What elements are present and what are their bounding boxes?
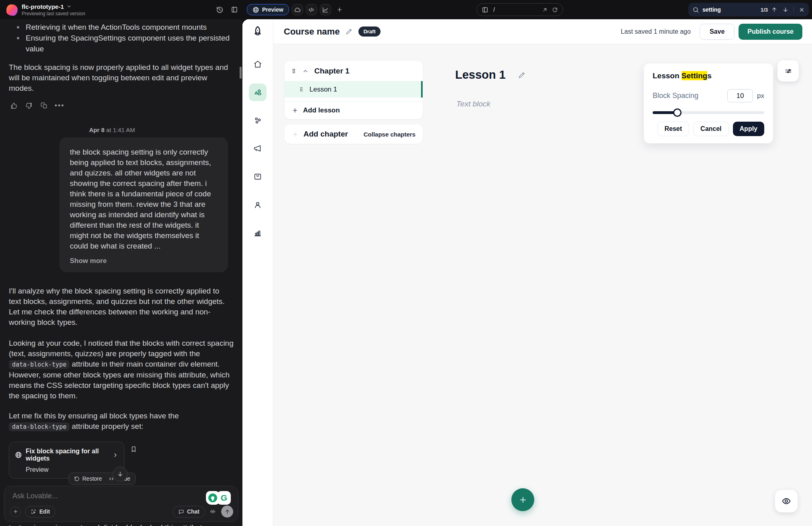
lesson-heading: Lesson 1 <box>455 68 506 82</box>
lesson-row-selected[interactable]: Lesson 1 <box>285 81 423 98</box>
user-message-text: the block spacing setting is only correc… <box>70 147 218 251</box>
restore-icon <box>74 476 80 482</box>
chevron-down-icon[interactable] <box>66 4 72 9</box>
history-icon[interactable] <box>216 6 224 14</box>
lesson-heading-row: Lesson 1 <box>455 68 526 82</box>
edit-mode-button[interactable]: Edit <box>25 506 55 518</box>
chat-mode-button[interactable]: Chat <box>173 506 205 518</box>
thumbs-up-icon[interactable] <box>9 101 18 110</box>
prev-match-icon[interactable] <box>771 6 777 13</box>
sidebar-item-inbox[interactable] <box>249 168 267 186</box>
send-button[interactable] <box>221 506 233 518</box>
thumbs-down-icon[interactable] <box>24 101 34 110</box>
sidebar-item-content[interactable] <box>249 84 267 101</box>
cloud-button[interactable] <box>292 4 303 15</box>
course-title: Course name <box>284 27 340 37</box>
add-chapter-card: Add chapter Collapse chapters <box>285 124 423 144</box>
more-actions-icon[interactable]: ••• <box>55 102 65 110</box>
assistant-paragraph: The block spacing is now properly applie… <box>9 62 234 94</box>
preview-button[interactable]: Preview <box>247 4 289 15</box>
copy-icon[interactable] <box>39 101 49 110</box>
status-badge: Draft <box>358 27 380 37</box>
save-button[interactable]: Save <box>700 24 735 40</box>
next-match-icon[interactable] <box>782 6 789 13</box>
new-tab-icon[interactable] <box>336 6 343 13</box>
plus-icon[interactable] <box>292 131 299 138</box>
restore-button[interactable]: Restore <box>74 475 102 482</box>
collapse-chapters-button[interactable]: Collapse chapters <box>364 131 415 138</box>
reset-button[interactable]: Reset <box>657 122 690 136</box>
lesson-title: Lesson 1 <box>309 86 337 94</box>
apply-button[interactable]: Apply <box>733 122 764 136</box>
code-button[interactable] <box>306 4 317 15</box>
scroll-to-bottom-button[interactable] <box>113 467 128 481</box>
sidebar-item-marketing[interactable] <box>249 140 267 157</box>
voice-input-icon[interactable] <box>209 508 216 515</box>
chat-scrollbar[interactable] <box>240 67 242 79</box>
assistant-paragraph: I'll analyze why the block spacing setti… <box>9 286 234 328</box>
add-chapter-button[interactable]: Add chapter <box>303 130 348 139</box>
unit-label: px <box>757 92 764 100</box>
sidebar-item-community[interactable] <box>249 112 267 129</box>
edit-lesson-title-icon[interactable] <box>518 71 526 79</box>
block-spacing-slider[interactable] <box>653 110 764 115</box>
find-bar: 1/3 <box>688 3 809 16</box>
pages-icon <box>482 6 488 13</box>
settings-title: Lesson Settings <box>653 71 764 80</box>
globe-icon <box>252 6 259 13</box>
sidebar-item-analytics[interactable] <box>249 224 267 242</box>
cancel-button[interactable]: Cancel <box>693 122 729 136</box>
block-spacing-input[interactable] <box>727 89 753 102</box>
bookmark-icon[interactable] <box>130 446 137 453</box>
assistant-bullet-list: Retrieving it when the ActionTools compo… <box>9 22 234 54</box>
sidebar-item-people[interactable] <box>249 196 267 214</box>
app-preview: Course name Draft Last saved 1 minute ag… <box>242 19 812 526</box>
panel-toggle-icon[interactable] <box>231 6 238 13</box>
add-lesson-button[interactable]: Add lesson <box>285 102 423 119</box>
rocket-logo-icon[interactable] <box>251 25 265 39</box>
message-actions: ••• <box>9 101 234 110</box>
drag-handle-icon[interactable] <box>291 68 297 74</box>
chat-input-field[interactable] <box>12 492 157 500</box>
attach-button[interactable] <box>10 506 21 517</box>
inline-code: data-block-type <box>9 422 69 431</box>
search-input[interactable] <box>702 6 757 13</box>
suggestion-badge-icon[interactable] <box>206 491 220 505</box>
sidebar-item-home[interactable] <box>249 55 267 73</box>
bullet-item: Retrieving it when the ActionTools compo… <box>9 22 234 33</box>
preview-label: Preview <box>262 6 283 13</box>
chevron-right-icon <box>112 452 118 458</box>
analytics-button[interactable] <box>320 4 331 15</box>
lovable-logo-icon <box>6 4 18 16</box>
settings-toggle-button[interactable] <box>777 60 799 82</box>
preview-toggle-button[interactable] <box>775 490 798 512</box>
plus-icon <box>292 107 298 114</box>
app-sidebar-rail <box>242 19 273 526</box>
block-spacing-label: Block Spacing <box>653 92 727 100</box>
edit-course-title-icon[interactable] <box>345 28 353 35</box>
user-message-bubble: the block spacing setting is only correc… <box>59 137 228 272</box>
text-block-placeholder[interactable]: Text block <box>456 100 490 108</box>
bullet-item: Ensuring the SpacingSettings component u… <box>9 33 234 54</box>
close-search-icon[interactable] <box>799 7 805 13</box>
add-block-fab[interactable] <box>511 488 534 511</box>
collapse-chapter-icon[interactable] <box>302 68 309 74</box>
globe-icon <box>15 451 22 459</box>
code-change-card[interactable]: Fix block spacing for all widgets Previe… <box>9 442 124 479</box>
grammarly-badges: G <box>206 491 231 505</box>
publish-course-button[interactable]: Publish course <box>739 24 802 40</box>
edit-select-icon <box>31 509 37 515</box>
drag-handle-icon[interactable] <box>299 86 304 92</box>
show-more-link[interactable]: Show more <box>70 257 218 265</box>
open-external-icon[interactable] <box>542 7 548 13</box>
chat-scroll-area: Retrieving it when the ActionTools compo… <box>0 19 242 526</box>
slider-thumb[interactable] <box>673 108 682 117</box>
project-name: flc-prototype-1 <box>22 4 64 10</box>
chat-panel: Retrieving it when the ActionTools compo… <box>0 19 242 526</box>
refresh-icon[interactable] <box>552 7 558 13</box>
chapter-row[interactable]: Chapter 1 <box>285 61 423 81</box>
chat-input-card[interactable]: G Edit Chat <box>4 486 238 522</box>
last-saved-text: Last saved 1 minute ago <box>621 28 691 35</box>
project-brand[interactable]: flc-prototype-1 Previewing last saved ve… <box>0 4 85 16</box>
url-bar[interactable]: / <box>476 3 563 16</box>
